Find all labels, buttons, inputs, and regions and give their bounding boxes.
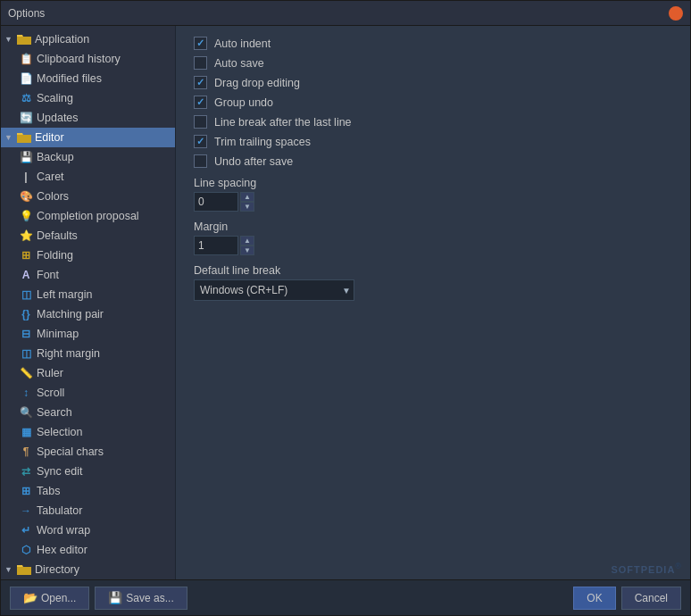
sidebar-item-specialchars[interactable]: ¶Special chars bbox=[1, 442, 175, 462]
sidebar-item-wordwrap[interactable]: ↵Word wrap bbox=[1, 520, 175, 540]
option-label-line_break: Line break after the last line bbox=[214, 116, 352, 129]
default-line-break-label: Default line break bbox=[194, 264, 672, 277]
folder-icon bbox=[17, 32, 31, 46]
option-row-undo_save: Undo after save bbox=[194, 154, 672, 168]
completion-icon: 💡 bbox=[19, 209, 33, 223]
margin-down-button[interactable]: ▼ bbox=[240, 246, 254, 255]
sidebar-item-label: Font bbox=[37, 269, 59, 281]
margin-spinner-buttons: ▲▼ bbox=[240, 236, 254, 255]
sidebar-item-label: Left margin bbox=[37, 288, 93, 301]
sidebar-item-syncedit[interactable]: ⇄Sync edit bbox=[1, 462, 175, 481]
line-spacing-spinner-buttons: ▲▼ bbox=[240, 192, 254, 212]
sidebar-item-leftmargin[interactable]: ◫Left margin bbox=[1, 285, 175, 304]
line-spacing-down-button[interactable]: ▼ bbox=[240, 202, 254, 212]
save-as-button[interactable]: 💾 Save as... bbox=[95, 587, 187, 610]
cancel-button[interactable]: Cancel bbox=[621, 587, 681, 610]
default-line-break-select[interactable]: Windows (CR+LF)Unix (LF)Mac (CR) bbox=[194, 279, 354, 301]
sidebar-item-label: Completion proposal bbox=[37, 210, 139, 222]
leftmargin-icon: ◫ bbox=[19, 287, 33, 302]
expand-arrow: ▼ bbox=[4, 565, 15, 574]
margin-input[interactable] bbox=[194, 236, 238, 255]
main-panel: Auto indentAuto saveDrag drop editingGro… bbox=[176, 26, 690, 579]
selection-icon: ▦ bbox=[19, 425, 33, 439]
margin-group: Margin▲▼ bbox=[194, 221, 672, 255]
sidebar-item-font[interactable]: AFont bbox=[1, 265, 175, 285]
sidebar-item-selection[interactable]: ▦Selection bbox=[1, 422, 175, 442]
tabulator-icon: → bbox=[19, 504, 33, 518]
svg-rect-0 bbox=[17, 37, 31, 45]
sidebar-item-label: Hex editor bbox=[37, 544, 87, 556]
clipboard-icon: 📋 bbox=[19, 52, 33, 66]
ok-button[interactable]: OK bbox=[573, 587, 615, 610]
ruler-icon: 📏 bbox=[19, 366, 33, 380]
checkbox-line_break[interactable] bbox=[194, 115, 207, 129]
sidebar-item-label: Scroll bbox=[37, 387, 64, 399]
line-spacing-label: Line spacing bbox=[194, 177, 672, 189]
option-row-group_undo: Group undo bbox=[194, 96, 672, 109]
sidebar-item-updates[interactable]: 🔄Updates bbox=[1, 108, 175, 128]
sidebar-item-ruler[interactable]: 📏Ruler bbox=[1, 363, 175, 383]
sidebar-item-modified[interactable]: 📄Modified files bbox=[1, 69, 175, 88]
option-label-drag_drop: Drag drop editing bbox=[214, 77, 300, 89]
margin-up-button[interactable]: ▲ bbox=[240, 236, 254, 246]
sidebar-item-search[interactable]: 🔍Search bbox=[1, 403, 175, 422]
sidebar-item-clipboard[interactable]: 📋Clipboard history bbox=[1, 49, 175, 69]
sidebar-item-label: Sync edit bbox=[37, 465, 82, 478]
line-spacing-group: Line spacing▲▼ bbox=[194, 177, 672, 212]
sidebar-item-label: Clipboard history bbox=[37, 53, 121, 65]
sidebar-item-minimap[interactable]: ⊟Minimap bbox=[1, 324, 175, 344]
sidebar-item-completion[interactable]: 💡Completion proposal bbox=[1, 206, 175, 226]
sidebar-item-scroll[interactable]: ↕Scroll bbox=[1, 383, 175, 403]
margin-label: Margin bbox=[194, 221, 672, 233]
softpedia-watermark: SOFTPEDIA® bbox=[611, 562, 682, 575]
sidebar-item-label: Caret bbox=[37, 171, 64, 183]
sidebar-item-label: Colors bbox=[37, 190, 69, 203]
sidebar-item-backup[interactable]: 💾Backup bbox=[1, 147, 175, 167]
sidebar-item-rightmargin[interactable]: ◫Right margin bbox=[1, 344, 175, 363]
save-icon: 💾 bbox=[108, 591, 122, 604]
minimap-icon: ⊟ bbox=[19, 327, 33, 341]
close-button[interactable] bbox=[669, 6, 683, 21]
sidebar-item-label: Selection bbox=[37, 426, 82, 438]
option-label-group_undo: Group undo bbox=[214, 96, 273, 109]
sidebar-item-tabs[interactable]: ⊞Tabs bbox=[1, 481, 175, 501]
sidebar-item-scaling[interactable]: ⚖Scaling bbox=[1, 88, 175, 108]
default-line-break-group: Default line breakWindows (CR+LF)Unix (L… bbox=[194, 264, 672, 301]
font-icon: A bbox=[19, 268, 33, 282]
sidebar-item-matchingpair[interactable]: {}Matching pair bbox=[1, 304, 175, 324]
sidebar-item-folding[interactable]: ⊞Folding bbox=[1, 246, 175, 265]
sidebar-item-tabulator[interactable]: →Tabulator bbox=[1, 501, 175, 520]
checkbox-group_undo[interactable] bbox=[194, 96, 207, 109]
checkbox-trim_trailing[interactable] bbox=[194, 135, 207, 148]
sidebar-item-label: Updates bbox=[37, 112, 79, 124]
sidebar-item-defaults[interactable]: ⭐Defaults bbox=[1, 226, 175, 246]
sidebar-item-colors[interactable]: 🎨Colors bbox=[1, 187, 175, 206]
line-spacing-up-button[interactable]: ▲ bbox=[240, 192, 254, 202]
syncedit-icon: ⇄ bbox=[19, 464, 33, 479]
sidebar: ▼ Application📋Clipboard history📄Modified… bbox=[1, 26, 176, 579]
sidebar-item-label: Scaling bbox=[37, 92, 73, 104]
folder-icon bbox=[17, 130, 31, 145]
checkbox-auto_indent[interactable] bbox=[194, 37, 207, 50]
specialchars-icon: ¶ bbox=[19, 445, 33, 459]
checkbox-auto_save[interactable] bbox=[194, 56, 207, 70]
option-row-trim_trailing: Trim trailing spaces bbox=[194, 135, 672, 148]
checkbox-drag_drop[interactable] bbox=[194, 76, 207, 89]
sidebar-item-application[interactable]: ▼ Application bbox=[1, 29, 175, 49]
checkbox-undo_save[interactable] bbox=[194, 154, 207, 168]
folder-icon bbox=[17, 562, 31, 577]
window-title: Options bbox=[8, 7, 45, 20]
sidebar-item-label: Editor bbox=[35, 131, 64, 144]
svg-rect-2 bbox=[17, 567, 31, 575]
content-area: ▼ Application📋Clipboard history📄Modified… bbox=[1, 26, 690, 579]
sidebar-item-hexeditor[interactable]: ⬡Hex editor bbox=[1, 540, 175, 560]
sidebar-item-editor[interactable]: ▼ Editor bbox=[1, 128, 175, 147]
sidebar-item-label: Ruler bbox=[37, 367, 63, 379]
open-button[interactable]: 📂 Open... bbox=[10, 587, 89, 610]
sidebar-item-caret[interactable]: |Caret bbox=[1, 167, 175, 187]
sidebar-item-label: Application bbox=[35, 33, 89, 46]
hexeditor-icon: ⬡ bbox=[19, 543, 33, 557]
line-spacing-input[interactable] bbox=[194, 192, 238, 212]
sidebar-item-directory[interactable]: ▼ Directory bbox=[1, 560, 175, 579]
open-icon: 📂 bbox=[23, 591, 37, 604]
